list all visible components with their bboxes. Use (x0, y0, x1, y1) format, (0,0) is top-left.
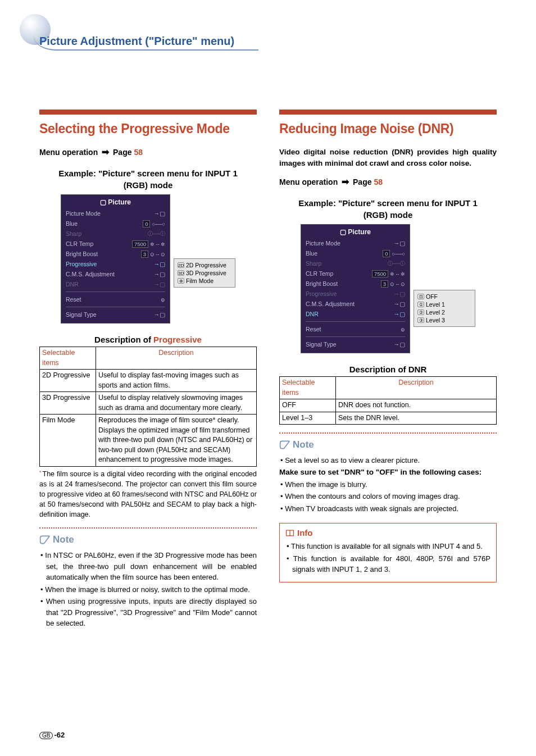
note-bullets: In NTSC or PAL60Hz, even if the 3D Progr… (39, 550, 257, 629)
td: DNR does not function. (336, 399, 497, 412)
submenu-item: ①Level 1 (417, 300, 471, 308)
menu-operation-ref: Menu operation ➡ Page 58 (39, 147, 257, 157)
osd-row: C.M.S. Adjustment→▢ (306, 299, 405, 309)
dnr-intro: Video digital noise reduction (DNR) prov… (279, 147, 497, 168)
footnote: *The film source is a digital video reco… (39, 469, 257, 520)
note-item: When the image is blurred or noisy, swit… (40, 584, 257, 595)
osd-row: Signal Type→▢ (306, 339, 405, 349)
osd-row: CLR Temp7500 ✲ -- ✲ (66, 239, 165, 249)
osd-row: Picture Mode→▢ (306, 238, 405, 248)
osd-row: DNR→▢ (306, 309, 405, 319)
note-item: When the contours and colors of moving i… (280, 491, 497, 502)
example-caption: Example: "Picture" screen menu for INPUT… (48, 167, 248, 191)
dotted-divider (39, 527, 257, 531)
note-item: In NTSC or PAL60Hz, even if the 3D Progr… (40, 550, 257, 583)
note-label: Note (279, 439, 497, 450)
td: 2D Progressive (40, 370, 96, 392)
osd-row: SharpⒾ──Ⓘ (66, 229, 165, 239)
right-column: Reducing Image Noise (DNR) Video digital… (279, 110, 497, 630)
osd-row: Bright Boost3 ⊙ -- ⊙ (306, 279, 405, 289)
osd-row: Progressive→▢ (306, 289, 405, 299)
osd-row: SharpⒾ──Ⓘ (306, 258, 405, 268)
desc-heading: Description of DNR (279, 365, 497, 374)
osd-row: Picture Mode→▢ (66, 208, 165, 218)
osd-title: ▢ Picture (306, 228, 405, 236)
osd-screenshot-row: ▢ Picture Picture Mode→▢Blue0 ○──○SharpⒾ… (279, 224, 497, 353)
osd-row: CLR Temp7500 ✲ -- ✲ (306, 268, 405, 279)
osd-screenshot-row: ▢ Picture Picture Mode→▢Blue0 ○──○SharpⒾ… (39, 194, 257, 324)
submenu-item: ③Level 3 (417, 316, 471, 324)
osd-row: Blue0 ○──○ (306, 248, 405, 258)
section-divider (279, 110, 497, 115)
submenu-item: ⊕Film Mode (178, 277, 231, 285)
note-intro: Set a level so as to view a clearer pict… (280, 455, 497, 466)
th-selectable: Selectable items (40, 347, 96, 370)
left-column: Selecting the Progressive Mode Menu oper… (39, 110, 257, 630)
submenu-item: ②Level 2 (417, 308, 471, 316)
footnote-star: * (39, 470, 42, 475)
info-icon (285, 529, 294, 537)
td: Sets the DNR level. (336, 412, 497, 425)
osd-submenu-dnr: ⊡OFF ①Level 1 ②Level 2 ③Level 3 (414, 290, 475, 327)
arrow-icon: ➡ (102, 147, 109, 157)
page-title: Picture Adjustment ("Picture" menu) (39, 35, 234, 48)
osd-submenu-progressive: 2D2D Progressive 3D3D Progressive ⊕Film … (174, 258, 235, 288)
td: Useful to display relatively slowmoving … (96, 392, 257, 415)
td: Level 1–3 (280, 412, 336, 425)
example-caption: Example: "Picture" screen menu for INPUT… (288, 197, 488, 221)
menu-op-page-label: Page (353, 177, 371, 186)
note-item: When TV broadcasts with weak signals are… (280, 503, 497, 514)
osd-row: Reset⊚ (306, 324, 405, 334)
submenu-item: ⊡OFF (417, 293, 471, 300)
td: Useful to display fast-moving images suc… (96, 370, 257, 392)
info-label: Info (285, 528, 490, 538)
td: OFF (280, 399, 336, 412)
osd-row: Signal Type→▢ (66, 309, 165, 320)
osd-row: Reset⊚ (66, 294, 165, 304)
td: 3D Progressive (40, 392, 96, 415)
note-bullets-cases: When the image is blurry. When the conto… (279, 479, 497, 514)
menu-op-prefix: Menu operation (279, 177, 338, 186)
osd-panel-progressive: ▢ Picture Picture Mode→▢Blue0 ○──○SharpⒾ… (61, 194, 170, 324)
th-desc: Description (96, 347, 257, 370)
td: Reproduces the image of film source* cle… (96, 415, 257, 467)
osd-row: Progressive→▢ (66, 259, 165, 269)
desc-heading: Description of Progressive (39, 335, 257, 344)
dnr-desc-table: Selectable itemsDescription OFFDNR does … (279, 376, 497, 425)
submenu-item: 2D2D Progressive (178, 261, 231, 269)
menu-op-page-label: Page (113, 148, 131, 157)
td: Film Mode (40, 415, 96, 467)
note-icon (39, 535, 51, 545)
note-bullets: Set a level so as to view a clearer pict… (279, 455, 497, 466)
dotted-divider (279, 432, 497, 436)
section-divider (39, 110, 257, 115)
note-icon (279, 440, 290, 450)
info-item: This function is available for all signa… (287, 541, 490, 552)
section-title-dnr: Reducing Image Noise (DNR) (279, 121, 497, 136)
arrow-icon: ➡ (342, 177, 349, 186)
submenu-item: 3D3D Progressive (178, 269, 231, 277)
osd-title: ▢ Picture (66, 198, 165, 206)
note-item: When the image is blurry. (280, 479, 497, 490)
page-number: -62 (54, 731, 65, 739)
info-bullets: This function is available for all signa… (285, 541, 490, 575)
menu-op-prefix: Menu operation (39, 148, 98, 157)
progressive-desc-table: Selectable itemsDescription 2D Progressi… (39, 347, 257, 467)
osd-row: Blue0 ○──○ (66, 218, 165, 229)
th-selectable: Selectable items (280, 377, 336, 399)
note-bold: Make sure to set "DNR" to "OFF" in the f… (279, 467, 497, 478)
info-item: This function is available for 480I, 480… (287, 553, 490, 575)
osd-panel-dnr: ▢ Picture Picture Mode→▢Blue0 ○──○SharpⒾ… (301, 224, 410, 353)
osd-row: DNR→▢ (66, 279, 165, 289)
page-link-58[interactable]: 58 (374, 177, 383, 186)
osd-row: Bright Boost3 ⊙ -- ⊙ (66, 249, 165, 259)
th-desc: Description (336, 377, 497, 399)
section-title-progressive: Selecting the Progressive Mode (39, 121, 257, 136)
page-link-58[interactable]: 58 (134, 148, 143, 157)
info-box: Info This function is available for all … (279, 523, 497, 582)
note-label: Note (39, 534, 257, 545)
page-footer: GB-62 (39, 731, 65, 739)
menu-operation-ref: Menu operation ➡ Page 58 (279, 176, 497, 187)
gb-badge: GB (39, 732, 53, 739)
note-item: When using progressive inputs, inputs ar… (40, 596, 257, 629)
